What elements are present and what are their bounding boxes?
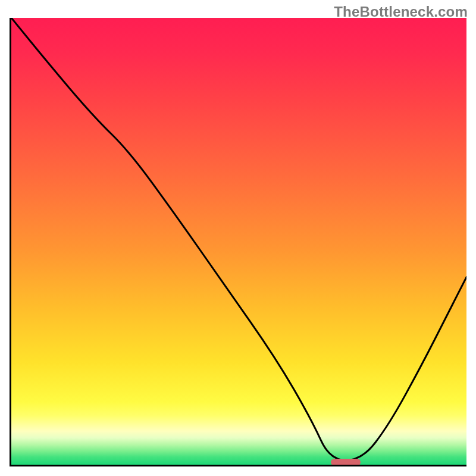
plot-area	[10, 18, 466, 466]
watermark-text: TheBottleneck.com	[334, 4, 468, 20]
chart-frame: TheBottleneck.com	[0, 0, 476, 476]
bottleneck-curve	[11, 18, 466, 465]
x-axis	[10, 465, 466, 466]
y-axis	[10, 18, 11, 466]
